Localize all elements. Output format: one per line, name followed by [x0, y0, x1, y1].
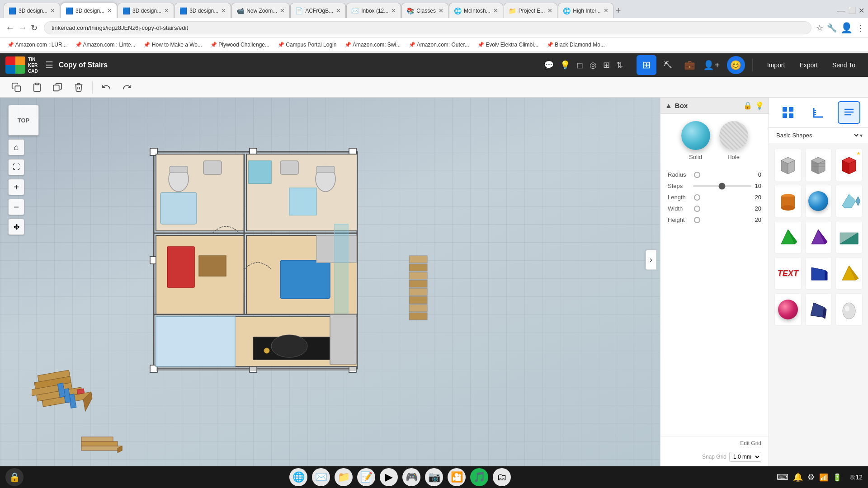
bookmark-how-to[interactable]: 📌 How to Make a Wo... — [140, 41, 206, 49]
briefcase-button[interactable]: 💼 — [680, 55, 700, 75]
bookmark-star-icon[interactable]: ☆ — [816, 23, 823, 33]
back-button[interactable]: ← — [4, 21, 16, 35]
tab-7[interactable]: ✉️ Inbox (12... ✕ — [346, 3, 401, 18]
light-icon[interactable]: 💡 — [755, 101, 764, 110]
height-radio[interactable] — [694, 217, 700, 223]
shape-item-cylinder[interactable] — [774, 185, 802, 217]
taskbar-docs-icon[interactable]: 📝 — [357, 468, 375, 486]
panel-tab-grid[interactable] — [777, 101, 799, 124]
tab-8-close[interactable]: ✕ — [439, 7, 443, 14]
refresh-button[interactable]: ↻ — [29, 21, 39, 35]
snap-button[interactable]: ◎ — [587, 57, 599, 73]
tab-2[interactable]: 🟦 3D design... ✕ — [61, 3, 117, 18]
chat-button[interactable]: 💬 — [541, 57, 557, 73]
fit-view-button[interactable]: ⛶ — [8, 159, 24, 175]
menu-icon[interactable]: ⋮ — [856, 23, 864, 33]
tab-2-close[interactable]: ✕ — [107, 7, 112, 14]
mirror-button[interactable]: ⇅ — [613, 57, 626, 73]
tab-11[interactable]: 🌐 High Inter... ✕ — [558, 3, 613, 18]
tab-6-close[interactable]: ✕ — [336, 7, 341, 14]
menu-button[interactable]: ☰ — [45, 60, 53, 70]
taskbar-photos-icon[interactable]: 📷 — [425, 468, 443, 486]
zoom-out-button[interactable]: − — [8, 199, 24, 215]
taskbar-system-tray-left[interactable]: 🔒 — [5, 468, 24, 486]
import-button[interactable]: Import — [760, 59, 793, 71]
shape-item-pyramid-purple[interactable] — [805, 221, 832, 253]
delete-button[interactable] — [70, 79, 88, 95]
address-bar[interactable]: tinkercad.com/things/iqgz8JENz6j-copy-of… — [44, 21, 811, 34]
minimize-button[interactable]: — — [837, 6, 845, 15]
shape-item-sphere-pink[interactable] — [774, 293, 802, 326]
tab-4[interactable]: 🟦 3D design... ✕ — [175, 3, 231, 18]
panel-tab-ruler[interactable] — [807, 101, 830, 124]
close-window-button[interactable]: ✕ — [859, 6, 864, 15]
tab-7-close[interactable]: ✕ — [391, 7, 396, 14]
tab-1[interactable]: 🟦 3D design... ✕ — [4, 3, 60, 18]
length-radio[interactable] — [694, 194, 700, 201]
pickaxe-button[interactable]: ⛏ — [658, 55, 678, 75]
bookmark-amazon-1[interactable]: 📌 Amazon.com : LUR... — [4, 41, 71, 49]
settings-icon[interactable]: ⚙ — [807, 472, 815, 482]
taskbar-play-icon[interactable]: 🎮 — [402, 468, 420, 486]
keyboard-icon[interactable]: ⌨ — [777, 472, 788, 482]
zoom-in-button[interactable]: + — [8, 179, 24, 195]
radius-radio[interactable] — [694, 172, 700, 178]
notification-icon[interactable]: 🔔 — [793, 472, 803, 482]
panel-tab-text[interactable] — [838, 101, 860, 124]
align-button[interactable]: ⊞ — [600, 57, 613, 73]
lock-icon[interactable]: 🔒 — [743, 101, 752, 110]
tab-3[interactable]: 🟦 3D design... ✕ — [118, 3, 174, 18]
maximize-button[interactable]: ⬜ — [848, 7, 856, 14]
tab-3-close[interactable]: ✕ — [164, 7, 169, 14]
paste-button[interactable] — [28, 79, 46, 95]
grid-view-button[interactable]: ⊞ — [637, 55, 656, 75]
tab-6[interactable]: 📄 ACFrOgB... ✕ — [290, 3, 346, 18]
tab-5-close[interactable]: ✕ — [280, 7, 285, 14]
shapes-category-dropdown[interactable]: Basic Shapes — [774, 131, 860, 139]
tab-10[interactable]: 📁 Project E... ✕ — [504, 3, 558, 18]
panel-collapse-arrow[interactable]: › — [646, 250, 656, 270]
bookmark-plywood[interactable]: 📌 Plywood Challenge... — [207, 41, 273, 49]
view-cube[interactable]: TOP — [8, 105, 39, 136]
shape-item-abstract[interactable] — [835, 185, 863, 217]
taskbar-files-icon[interactable]: 🗂 — [493, 468, 511, 486]
add-user-button[interactable]: 👤+ — [702, 55, 722, 75]
profile-icon[interactable]: 👤 — [840, 22, 853, 34]
duplicate-button[interactable] — [49, 79, 67, 95]
steps-slider[interactable] — [693, 185, 751, 187]
width-radio[interactable] — [694, 206, 700, 212]
compass-button[interactable]: ✤ — [8, 219, 24, 235]
tab-9[interactable]: 🌐 McIntosh... ✕ — [449, 3, 503, 18]
bookmark-black-diamond[interactable]: 📌 Black Diamond Mo... — [543, 41, 609, 49]
bookmark-campus[interactable]: 📌 Campus Portal Login — [274, 41, 340, 49]
tab-8[interactable]: 📚 Classes ✕ — [401, 3, 448, 18]
shape-item-wedge-teal[interactable] — [835, 221, 863, 253]
edit-grid-label[interactable]: Edit Grid — [740, 440, 761, 446]
shape-item-pyramid-yellow[interactable] — [835, 257, 863, 290]
new-tab-button[interactable]: + — [616, 5, 621, 16]
shape-item-wedge-blue[interactable] — [805, 257, 832, 290]
taskbar-chrome-icon[interactable]: 🌐 — [289, 468, 307, 486]
shape-item-box-red[interactable]: ★ — [835, 149, 863, 181]
send-to-button[interactable]: Send To — [825, 59, 863, 71]
taskbar-meet-icon[interactable]: 🎦 — [448, 468, 466, 486]
shape-item-box-1[interactable] — [774, 149, 802, 181]
bookmark-amazon-3[interactable]: 📌 Amazon.com: Swi... — [341, 41, 404, 49]
forward-button[interactable]: → — [16, 21, 29, 35]
shape-item-dark-blue[interactable] — [805, 293, 832, 326]
redo-button[interactable] — [118, 79, 136, 95]
home-button[interactable]: ⌂ — [8, 139, 24, 155]
shape-panel-collapse-icon[interactable]: ▲ — [665, 102, 672, 110]
tab-9-close[interactable]: ✕ — [493, 7, 498, 14]
bookmark-amazon-4[interactable]: 📌 Amazon.com: Outer... — [405, 41, 473, 49]
canvas-area[interactable]: TOP ⌂ ⛶ + − ✤ — [0, 98, 660, 466]
undo-button[interactable] — [97, 79, 115, 95]
taskbar-gmail-icon[interactable]: ✉️ — [312, 468, 330, 486]
bookmark-amazon-2[interactable]: 📌 Amazon.com : Linte... — [71, 41, 139, 49]
tab-4-close[interactable]: ✕ — [221, 7, 226, 14]
taskbar-youtube-icon[interactable]: ▶ — [380, 468, 398, 486]
export-button[interactable]: Export — [792, 59, 825, 71]
shape-item-egg[interactable] — [835, 293, 863, 326]
cursor-button[interactable]: ◻ — [574, 57, 586, 73]
avatar[interactable]: 😊 — [727, 56, 745, 74]
